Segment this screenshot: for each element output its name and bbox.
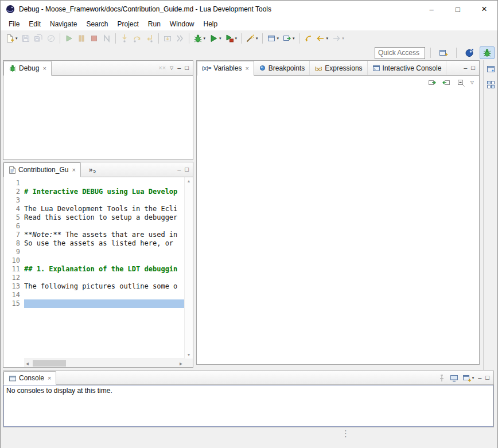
save-all-button[interactable] (32, 32, 45, 45)
forward-button[interactable]: ▾ (330, 32, 346, 45)
step-return-button[interactable] (143, 32, 156, 45)
maximize-view-button[interactable]: □ (185, 65, 189, 71)
remove-all-terminated-button[interactable]: ×× (158, 65, 166, 71)
save-button[interactable] (20, 32, 32, 45)
console-view-header: Console × ▾ – □ (3, 371, 493, 385)
dropdown-icon[interactable]: ▾ (293, 36, 295, 41)
dropdown-icon[interactable]: ▾ (256, 36, 258, 41)
menu-run[interactable]: Run (143, 18, 165, 30)
menu-window[interactable]: Window (165, 18, 199, 30)
restore-minimized-view-button-2[interactable] (485, 79, 497, 90)
scrollbar-corner (3, 359, 24, 367)
resume-button[interactable] (63, 32, 75, 45)
suspend-button[interactable] (75, 32, 88, 45)
maximize-view-button[interactable]: □ (485, 375, 489, 381)
use-step-filters-button[interactable] (174, 32, 186, 45)
close-icon[interactable]: × (245, 65, 248, 72)
menu-project[interactable]: Project (112, 18, 143, 30)
tab-overflow-button[interactable]: » 5 (81, 162, 98, 177)
open-element-button[interactable]: ▾ (281, 32, 297, 45)
toolbar-separator (430, 48, 431, 58)
close-icon[interactable]: × (72, 166, 75, 173)
menu-file[interactable]: File (4, 18, 24, 30)
minimize-view-button[interactable]: – (464, 65, 467, 71)
title-bar: Debug - Moose_Framework/docs/Contributio… (1, 1, 497, 18)
open-task-wand-button[interactable]: ▾ (244, 32, 260, 45)
maximize-window-button[interactable]: □ (445, 1, 471, 18)
new-wizard-button[interactable]: ▾ (3, 32, 20, 45)
tab-interactive-console[interactable]: Interactive Console (368, 61, 447, 75)
editor-line-selected (24, 299, 184, 308)
maximize-view-button[interactable]: □ (471, 65, 475, 71)
tab-contribution-guide[interactable]: Contribution_Gu × (3, 162, 81, 177)
drop-to-frame-button[interactable] (161, 32, 174, 45)
trim-drag-handle[interactable]: ⋮ (341, 429, 350, 438)
collapse-all-button[interactable] (456, 78, 465, 87)
scrollbar-thumb[interactable] (33, 360, 66, 367)
dropdown-icon[interactable]: ▾ (326, 36, 329, 41)
menu-navigate[interactable]: Navigate (45, 18, 81, 30)
open-perspective-button[interactable] (436, 46, 451, 59)
view-menu-icon[interactable]: ▽ (170, 66, 173, 71)
editor-body[interactable]: 123456789101112131415 # Interactive DEBU… (3, 177, 193, 367)
display-selected-console-button[interactable] (450, 374, 458, 382)
step-into-button[interactable] (118, 32, 131, 45)
minimize-view-button[interactable]: – (478, 375, 481, 381)
last-edit-location-button[interactable] (302, 32, 314, 45)
lua-perspective-button[interactable] (462, 46, 477, 59)
tab-breakpoints[interactable]: Breakpoints (254, 61, 310, 75)
menu-help[interactable]: Help (199, 18, 223, 30)
maximize-view-button[interactable]: □ (185, 166, 189, 173)
tab-expressions[interactable]: Expressions (310, 61, 367, 75)
magic-wand-icon (246, 34, 255, 43)
tab-label: Interactive Console (383, 64, 442, 72)
dropdown-icon[interactable]: ▾ (277, 36, 279, 41)
editor-vertical-scrollbar[interactable]: ▴ ▾ (184, 177, 193, 359)
scrollbar-corner (184, 359, 193, 367)
menu-edit[interactable]: Edit (24, 18, 45, 30)
scroll-left-icon[interactable]: ◂ (24, 360, 30, 367)
debug-button[interactable]: ▾ (192, 32, 208, 45)
code-area[interactable]: # Interactive DEBUG using Lua Develop Th… (24, 177, 184, 359)
debug-view-toolbar: ×× ▽ – □ (158, 61, 193, 75)
tab-variables[interactable]: (x)= Variables × (197, 61, 254, 76)
dropdown-icon[interactable]: ▾ (219, 36, 221, 41)
dropdown-icon[interactable]: ▾ (235, 36, 238, 41)
minimize-view-button[interactable]: – (177, 166, 181, 173)
dropdown-icon[interactable]: ▾ (472, 376, 474, 380)
tab-console[interactable]: Console × (3, 371, 56, 385)
menu-search[interactable]: Search (81, 18, 112, 30)
pin-console-button[interactable] (438, 374, 446, 382)
scroll-right-icon[interactable]: ▸ (178, 360, 184, 367)
open-console-button[interactable]: ▾ (462, 374, 474, 382)
app-icon (6, 5, 15, 14)
view-menu-icon[interactable]: ▽ (470, 80, 474, 85)
run-button[interactable]: ▾ (207, 32, 223, 45)
quick-access-input[interactable]: Quick Access (375, 47, 425, 59)
link-with-debug-button[interactable] (442, 78, 451, 87)
close-icon[interactable]: × (48, 375, 51, 381)
restore-minimized-view-button-1[interactable] (485, 63, 497, 75)
terminate-button[interactable] (88, 32, 100, 45)
dropdown-icon[interactable]: ▾ (15, 36, 18, 41)
dropdown-icon[interactable]: ▾ (204, 36, 206, 41)
lua-perspective-icon (465, 48, 474, 57)
close-window-button[interactable]: × (471, 1, 497, 18)
skip-all-breakpoints-button[interactable] (45, 32, 57, 45)
dropdown-icon[interactable]: ▾ (342, 36, 344, 41)
disconnect-button[interactable] (100, 32, 113, 45)
minimize-view-button[interactable]: – (177, 65, 181, 71)
debug-perspective-button[interactable] (480, 46, 495, 59)
scroll-down-icon[interactable]: ▾ (188, 352, 190, 357)
minimize-window-button[interactable]: – (418, 1, 445, 18)
show-logical-structure-button[interactable] (427, 78, 437, 87)
new-lua-wizard-button[interactable]: ▾ (265, 32, 281, 45)
close-icon[interactable]: × (42, 65, 46, 72)
resume-icon (64, 34, 73, 43)
tab-debug[interactable]: Debug × (3, 61, 52, 76)
scroll-up-icon[interactable]: ▴ (188, 178, 190, 184)
back-button[interactable]: ▾ (314, 32, 330, 45)
step-over-button[interactable] (131, 32, 143, 45)
external-tools-button[interactable]: ▾ (223, 32, 239, 45)
editor-horizontal-scrollbar[interactable]: ◂ ▸ (24, 359, 184, 367)
